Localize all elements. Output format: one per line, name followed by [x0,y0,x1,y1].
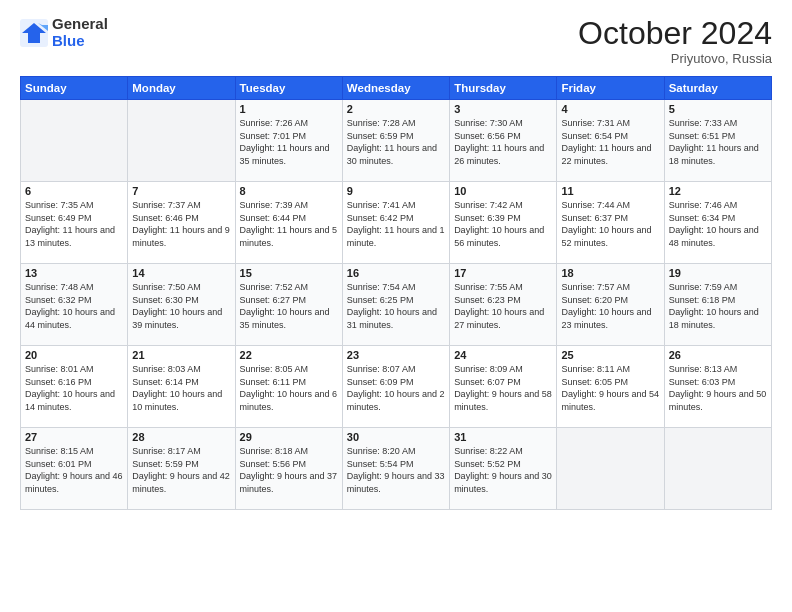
day-info: Sunrise: 7:54 AMSunset: 6:25 PMDaylight:… [347,281,445,331]
day-number: 15 [240,267,338,279]
table-row: 22Sunrise: 8:05 AMSunset: 6:11 PMDayligh… [235,346,342,428]
day-info: Sunrise: 7:30 AMSunset: 6:56 PMDaylight:… [454,117,552,167]
day-info: Sunrise: 7:44 AMSunset: 6:37 PMDaylight:… [561,199,659,249]
table-row [557,428,664,510]
day-number: 26 [669,349,767,361]
day-number: 20 [25,349,123,361]
calendar-header-row: Sunday Monday Tuesday Wednesday Thursday… [21,77,772,100]
week-row-2: 6Sunrise: 7:35 AMSunset: 6:49 PMDaylight… [21,182,772,264]
day-number: 11 [561,185,659,197]
table-row: 16Sunrise: 7:54 AMSunset: 6:25 PMDayligh… [342,264,449,346]
day-number: 6 [25,185,123,197]
day-number: 24 [454,349,552,361]
day-number: 28 [132,431,230,443]
table-row: 11Sunrise: 7:44 AMSunset: 6:37 PMDayligh… [557,182,664,264]
table-row [21,100,128,182]
day-number: 7 [132,185,230,197]
table-row: 25Sunrise: 8:11 AMSunset: 6:05 PMDayligh… [557,346,664,428]
day-number: 25 [561,349,659,361]
table-row: 8Sunrise: 7:39 AMSunset: 6:44 PMDaylight… [235,182,342,264]
day-number: 27 [25,431,123,443]
table-row: 24Sunrise: 8:09 AMSunset: 6:07 PMDayligh… [450,346,557,428]
logo-icon [20,19,48,47]
logo-text: General Blue [52,16,108,49]
table-row: 28Sunrise: 8:17 AMSunset: 5:59 PMDayligh… [128,428,235,510]
day-info: Sunrise: 7:42 AMSunset: 6:39 PMDaylight:… [454,199,552,249]
week-row-1: 1Sunrise: 7:26 AMSunset: 7:01 PMDaylight… [21,100,772,182]
day-number: 2 [347,103,445,115]
day-number: 29 [240,431,338,443]
table-row: 27Sunrise: 8:15 AMSunset: 6:01 PMDayligh… [21,428,128,510]
table-row: 9Sunrise: 7:41 AMSunset: 6:42 PMDaylight… [342,182,449,264]
table-row: 18Sunrise: 7:57 AMSunset: 6:20 PMDayligh… [557,264,664,346]
day-number: 8 [240,185,338,197]
day-info: Sunrise: 8:07 AMSunset: 6:09 PMDaylight:… [347,363,445,413]
month-title: October 2024 [578,16,772,51]
header: General Blue October 2024 Priyutovo, Rus… [20,16,772,66]
day-number: 10 [454,185,552,197]
col-saturday: Saturday [664,77,771,100]
day-number: 13 [25,267,123,279]
day-info: Sunrise: 7:39 AMSunset: 6:44 PMDaylight:… [240,199,338,249]
day-info: Sunrise: 8:05 AMSunset: 6:11 PMDaylight:… [240,363,338,413]
table-row: 15Sunrise: 7:52 AMSunset: 6:27 PMDayligh… [235,264,342,346]
day-number: 16 [347,267,445,279]
logo-blue-text: Blue [52,33,108,50]
day-info: Sunrise: 8:18 AMSunset: 5:56 PMDaylight:… [240,445,338,495]
day-number: 19 [669,267,767,279]
day-info: Sunrise: 8:09 AMSunset: 6:07 PMDaylight:… [454,363,552,413]
col-wednesday: Wednesday [342,77,449,100]
table-row: 10Sunrise: 7:42 AMSunset: 6:39 PMDayligh… [450,182,557,264]
day-number: 5 [669,103,767,115]
table-row [128,100,235,182]
table-row: 13Sunrise: 7:48 AMSunset: 6:32 PMDayligh… [21,264,128,346]
day-info: Sunrise: 7:26 AMSunset: 7:01 PMDaylight:… [240,117,338,167]
calendar-table: Sunday Monday Tuesday Wednesday Thursday… [20,76,772,510]
table-row: 31Sunrise: 8:22 AMSunset: 5:52 PMDayligh… [450,428,557,510]
table-row: 17Sunrise: 7:55 AMSunset: 6:23 PMDayligh… [450,264,557,346]
table-row: 6Sunrise: 7:35 AMSunset: 6:49 PMDaylight… [21,182,128,264]
day-info: Sunrise: 8:13 AMSunset: 6:03 PMDaylight:… [669,363,767,413]
day-number: 12 [669,185,767,197]
day-number: 14 [132,267,230,279]
table-row: 21Sunrise: 8:03 AMSunset: 6:14 PMDayligh… [128,346,235,428]
day-number: 30 [347,431,445,443]
logo: General Blue [20,16,108,49]
table-row: 23Sunrise: 8:07 AMSunset: 6:09 PMDayligh… [342,346,449,428]
page: General Blue October 2024 Priyutovo, Rus… [0,0,792,612]
day-number: 23 [347,349,445,361]
day-info: Sunrise: 7:50 AMSunset: 6:30 PMDaylight:… [132,281,230,331]
day-info: Sunrise: 7:48 AMSunset: 6:32 PMDaylight:… [25,281,123,331]
table-row: 20Sunrise: 8:01 AMSunset: 6:16 PMDayligh… [21,346,128,428]
day-info: Sunrise: 7:28 AMSunset: 6:59 PMDaylight:… [347,117,445,167]
week-row-4: 20Sunrise: 8:01 AMSunset: 6:16 PMDayligh… [21,346,772,428]
table-row: 19Sunrise: 7:59 AMSunset: 6:18 PMDayligh… [664,264,771,346]
table-row: 3Sunrise: 7:30 AMSunset: 6:56 PMDaylight… [450,100,557,182]
title-block: October 2024 Priyutovo, Russia [578,16,772,66]
day-info: Sunrise: 7:52 AMSunset: 6:27 PMDaylight:… [240,281,338,331]
day-info: Sunrise: 7:59 AMSunset: 6:18 PMDaylight:… [669,281,767,331]
day-number: 22 [240,349,338,361]
day-info: Sunrise: 8:03 AMSunset: 6:14 PMDaylight:… [132,363,230,413]
day-info: Sunrise: 7:31 AMSunset: 6:54 PMDaylight:… [561,117,659,167]
day-info: Sunrise: 7:55 AMSunset: 6:23 PMDaylight:… [454,281,552,331]
day-info: Sunrise: 8:01 AMSunset: 6:16 PMDaylight:… [25,363,123,413]
day-number: 31 [454,431,552,443]
col-monday: Monday [128,77,235,100]
day-info: Sunrise: 8:20 AMSunset: 5:54 PMDaylight:… [347,445,445,495]
table-row [664,428,771,510]
day-number: 9 [347,185,445,197]
day-info: Sunrise: 8:22 AMSunset: 5:52 PMDaylight:… [454,445,552,495]
col-friday: Friday [557,77,664,100]
table-row: 4Sunrise: 7:31 AMSunset: 6:54 PMDaylight… [557,100,664,182]
table-row: 26Sunrise: 8:13 AMSunset: 6:03 PMDayligh… [664,346,771,428]
day-info: Sunrise: 7:41 AMSunset: 6:42 PMDaylight:… [347,199,445,249]
table-row: 1Sunrise: 7:26 AMSunset: 7:01 PMDaylight… [235,100,342,182]
table-row: 30Sunrise: 8:20 AMSunset: 5:54 PMDayligh… [342,428,449,510]
location: Priyutovo, Russia [578,51,772,66]
day-info: Sunrise: 7:46 AMSunset: 6:34 PMDaylight:… [669,199,767,249]
day-info: Sunrise: 8:11 AMSunset: 6:05 PMDaylight:… [561,363,659,413]
week-row-5: 27Sunrise: 8:15 AMSunset: 6:01 PMDayligh… [21,428,772,510]
logo-general-text: General [52,16,108,33]
day-number: 17 [454,267,552,279]
